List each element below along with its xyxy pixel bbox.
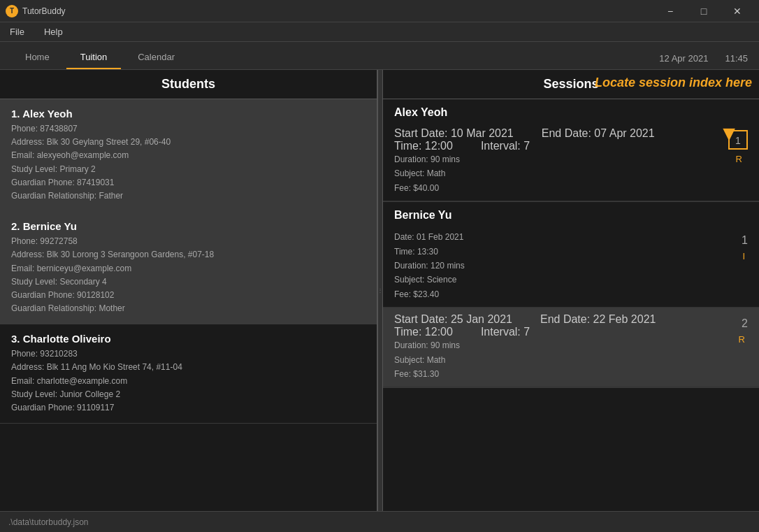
sessions-list[interactable]: ▼ Alex Yeoh Start Date: 10 Mar 2021 End … [383,99,759,511]
student-detail: Phone: 93210283 Address: Blk 11 Ang Mo K… [11,347,366,415]
session-detail-row: Subject: Math [394,166,728,180]
session-index: 2 [734,316,748,330]
maximize-button[interactable]: □ [688,0,720,22]
file-path: .\data\tutorbuddy.json [8,517,89,527]
sessions-header: Sessions Locate session index here [383,70,759,99]
nav-tabs: Home Tuition Calendar 12 Apr 2021 11:45 [0,42,759,70]
scroll-divider[interactable]: ⋮ [377,70,383,511]
session-type: I [737,251,745,261]
session-detail-row: Time: 12:00 Interval: 7 [394,326,734,338]
session-detail-row: Start Date: 25 Jan 2021 End Date: 22 Feb… [394,313,734,326]
session-group-name: Bernice Yu [383,202,759,224]
annotation-locate-text: Locate session index here [595,76,752,90]
session-detail-row: Time: 12:00 Interval: 7 [394,140,728,152]
session-detail-row: Duration: 90 mins [394,152,728,166]
app-title: TutorBuddy [22,6,66,16]
date-display: 12 Apr 2021 [659,53,708,64]
session-detail-row: Time: 13:30 [394,245,734,259]
student-name: 3. Charlotte Oliveiro [11,333,366,345]
session-detail-row: Subject: Science [394,273,734,287]
time-display: 11:45 [725,53,748,64]
students-header: Students [0,70,377,99]
session-detail-row: Fee: $31.30 [394,367,734,381]
main-content: Students 1. Alex Yeoh Phone: 87438807 Ad… [0,70,759,511]
session-type: R [737,334,745,345]
session-detail-row: Fee: $40.00 [394,181,728,195]
session-index: 1 [734,233,748,247]
session-details: Start Date: 25 Jan 2021 End Date: 22 Feb… [394,313,734,381]
datetime-display: 12 Apr 2021 11:45 [659,53,748,69]
session-details: Date: 01 Feb 2021 Time: 13:30 Duration: … [394,230,734,301]
student-detail: Phone: 87438807 Address: Blk 30 Geylang … [11,122,366,203]
minimize-button[interactable]: − [654,0,686,22]
student-name: 2. Bernice Yu [11,220,366,232]
student-detail: Phone: 99272758 Address: Blk 30 Lorong 3… [11,235,366,315]
students-panel: Students 1. Alex Yeoh Phone: 87438807 Ad… [0,70,377,511]
session-index-highlighted: 1 [728,130,748,150]
student-item[interactable]: 1. Alex Yeoh Phone: 87438807 Address: Bl… [0,99,377,212]
student-name: 1. Alex Yeoh [11,108,366,120]
menu-help[interactable]: Help [40,24,67,40]
session-item[interactable]: Start Date: 25 Jan 2021 End Date: 22 Feb… [383,308,759,387]
session-detail-row: Duration: 90 mins [394,338,734,352]
session-group: Alex Yeoh Start Date: 10 Mar 2021 End Da… [383,99,759,202]
session-type: R [734,154,742,164]
session-details: Start Date: 10 Mar 2021 End Date: 07 Apr… [394,127,728,195]
menu-bar: File Help [0,22,759,42]
sessions-panel: Sessions Locate session index here ▼ Ale… [383,70,759,511]
session-detail-row: Duration: 120 mins [394,259,734,273]
tab-tuition[interactable]: Tuition [66,46,122,69]
student-item[interactable]: 2. Bernice Yu Phone: 99272758 Address: B… [0,212,377,324]
status-bar: .\data\tutorbuddy.json [0,511,759,532]
session-detail-row: Start Date: 10 Mar 2021 End Date: 07 Apr… [394,127,728,140]
session-detail-row: Date: 01 Feb 2021 [394,230,734,244]
close-button[interactable]: ✕ [721,0,753,22]
session-item[interactable]: Date: 01 Feb 2021 Time: 13:30 Duration: … [383,224,759,308]
tab-home[interactable]: Home [11,46,64,69]
session-item[interactable]: Start Date: 10 Mar 2021 End Date: 07 Apr… [383,122,759,201]
tab-calendar[interactable]: Calendar [124,46,189,69]
session-group-name: Alex Yeoh [383,99,759,122]
app-icon: T [6,5,18,17]
students-list[interactable]: 1. Alex Yeoh Phone: 87438807 Address: Bl… [0,99,377,511]
session-group: Bernice Yu Date: 01 Feb 2021 Time: 13:30… [383,202,759,388]
session-detail-row: Subject: Math [394,353,734,367]
window-controls: − □ ✕ [654,0,753,22]
menu-file[interactable]: File [6,24,29,40]
title-bar-left: T TutorBuddy [6,5,66,17]
title-bar: T TutorBuddy − □ ✕ [0,0,759,22]
session-detail-row: Fee: $23.40 [394,287,734,301]
student-item[interactable]: 3. Charlotte Oliveiro Phone: 93210283 Ad… [0,324,377,424]
